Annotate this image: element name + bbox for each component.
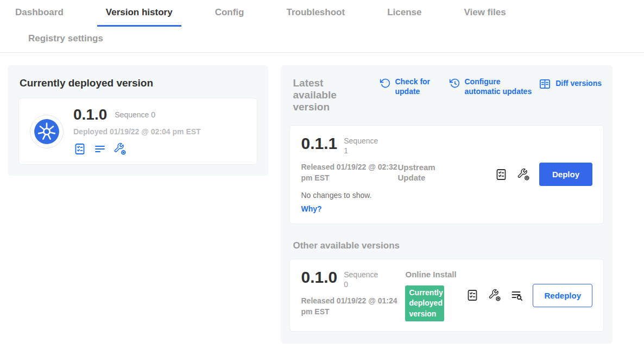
tab-version-history[interactable]: Version history — [97, 0, 181, 27]
latest-sequence-label: Sequence 1 — [344, 136, 382, 156]
release-notes-icon[interactable] — [495, 168, 508, 181]
check-for-update-link[interactable]: Check for update — [380, 77, 435, 96]
other-source-label: Online Install — [405, 269, 462, 280]
tab-troubleshoot[interactable]: Troubleshoot — [277, 0, 353, 27]
deployed-sequence-label: Sequence 0 — [115, 110, 155, 119]
deployed-version-card: 0.1.0 Sequence 0 Deployed 01/19/22 @ 02:… — [18, 98, 257, 165]
other-release-actions: Redeploy — [466, 284, 592, 307]
top-nav: Dashboard Version history Config Trouble… — [0, 0, 644, 53]
deployed-timestamp: Deployed 01/19/22 @ 02:04 pm EST — [73, 127, 201, 136]
configure-automatic-updates-link[interactable]: Configure automatic updates — [449, 77, 538, 96]
release-notes-icon[interactable] — [73, 142, 86, 156]
other-release-source-block: Online Install Currently deployed versio… — [405, 269, 466, 321]
latest-version-row: 0.1.1 Sequence 1 — [301, 135, 495, 156]
deploy-button[interactable]: Deploy — [539, 163, 592, 186]
latest-release-info: 0.1.1 Sequence 1 Released 01/19/22 @ 02:… — [301, 135, 495, 214]
latest-released-timestamp: Released 01/19/22 @ 02:32 pm EST — [301, 162, 397, 183]
other-version-row: 0.1.0 Sequence 0 — [301, 269, 405, 289]
latest-source-label: Upstream Update — [397, 162, 454, 183]
deployed-actions — [73, 142, 201, 156]
app-window: Dashboard Version history Config Trouble… — [0, 0, 644, 348]
nav-row-primary: Dashboard Version history Config Trouble… — [7, 0, 644, 27]
deploy-logs-icon[interactable] — [93, 142, 106, 156]
deployed-version-number: 0.1.0 — [73, 107, 107, 122]
nav-row-secondary: Registry settings — [20, 27, 644, 52]
redeploy-button[interactable]: Redeploy — [533, 284, 592, 307]
other-released-timestamp: Released 01/19/22 @ 01:24 pm EST — [301, 296, 397, 317]
currently-deployed-panel: Currently deployed version — [8, 65, 268, 176]
latest-release-actions: Deploy — [495, 163, 592, 186]
deployed-version-info: 0.1.0 Sequence 0 Deployed 01/19/22 @ 02:… — [73, 107, 201, 156]
currently-deployed-title: Currently deployed version — [20, 77, 257, 89]
other-release-card: 0.1.0 Sequence 0 Released 01/19/22 @ 01:… — [289, 259, 604, 332]
latest-release-meta: Released 01/19/22 @ 02:32 pm EST Upstrea… — [301, 162, 495, 183]
other-versions-title: Other available versions — [293, 240, 604, 251]
latest-available-panel: Latest available version Check for updat… — [281, 65, 613, 344]
tab-config[interactable]: Config — [206, 0, 253, 27]
release-notes-icon[interactable] — [466, 289, 479, 302]
deployed-version-row: 0.1.0 Sequence 0 — [73, 107, 201, 122]
diff-versions-label: Diff versions — [555, 79, 602, 89]
currently-deployed-badge: Currently deployed version — [405, 285, 444, 322]
diff-columns-icon — [539, 78, 551, 90]
other-version-number: 0.1.0 — [301, 269, 337, 285]
refresh-arrow-icon — [380, 78, 390, 89]
tab-registry-settings[interactable]: Registry settings — [20, 27, 112, 52]
clock-refresh-icon — [449, 78, 460, 89]
diff-versions-link[interactable]: Diff versions — [539, 77, 602, 90]
latest-version-number: 0.1.1 — [301, 135, 337, 152]
latest-available-title: Latest available version — [293, 77, 365, 113]
main-content: Currently deployed version — [0, 53, 644, 344]
latest-header: Latest available version Check for updat… — [293, 77, 602, 113]
no-changes-text: No changes to show. — [301, 191, 495, 200]
tab-dashboard[interactable]: Dashboard — [7, 0, 72, 27]
config-wrench-gear-icon[interactable] — [517, 168, 530, 181]
why-link[interactable]: Why? — [301, 204, 321, 213]
logs-search-icon[interactable] — [510, 289, 523, 302]
kubernetes-icon — [30, 115, 64, 148]
other-release-info: 0.1.0 Sequence 0 Released 01/19/22 @ 01:… — [301, 269, 405, 321]
config-wrench-gear-icon[interactable] — [488, 289, 501, 302]
other-sequence-label: Sequence 0 — [344, 270, 382, 289]
tab-license[interactable]: License — [378, 0, 430, 27]
latest-release-card: 0.1.1 Sequence 1 Released 01/19/22 @ 02:… — [289, 125, 604, 225]
tab-view-files[interactable]: View files — [455, 0, 514, 27]
config-wrench-gear-icon[interactable] — [113, 142, 127, 156]
check-for-update-label: Check for update — [395, 77, 435, 96]
configure-automatic-updates-label: Configure automatic updates — [464, 77, 538, 96]
